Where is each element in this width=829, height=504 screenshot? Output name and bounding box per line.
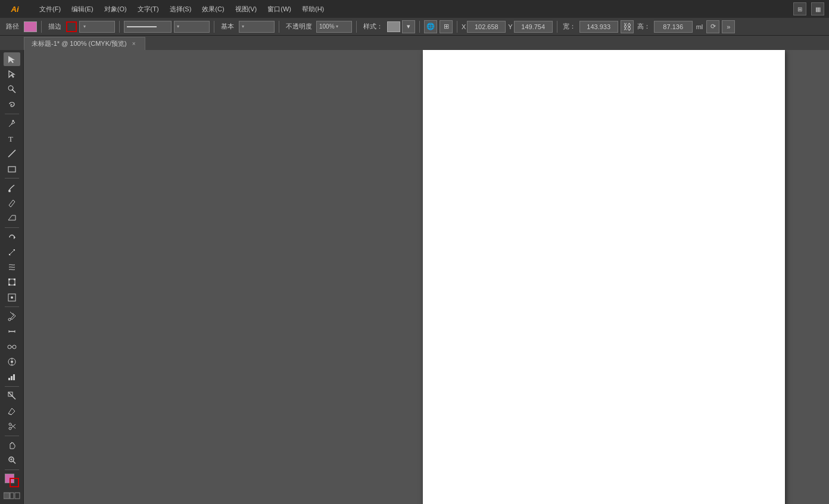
opacity-value: 100% (319, 23, 335, 30)
tool-blend[interactable] (4, 340, 20, 353)
tb-sep-1 (41, 21, 42, 33)
stroke-weight-dropdown[interactable]: ▾ (79, 21, 115, 33)
stroke-line-preview (127, 26, 157, 27)
styles-area: 样式： ▾ (361, 20, 415, 33)
tool-sep-1 (5, 114, 19, 114)
ai-logo: Ai (5, 0, 25, 18)
menu-view[interactable]: 视图(V) (230, 3, 262, 15)
artboard-paper (423, 50, 785, 504)
svg-rect-18 (8, 284, 10, 286)
tool-magic-wand[interactable] (4, 83, 20, 96)
stroke-line-picker[interactable] (124, 21, 172, 33)
width-input[interactable] (579, 21, 618, 33)
tool-selection[interactable] (4, 52, 20, 66)
svg-rect-48 (10, 493, 14, 499)
path-label: 路径 (4, 22, 21, 31)
document-tab[interactable]: 未标题-1* @ 100% (CMYK/预览) × (24, 37, 145, 50)
menu-select[interactable]: 选择(S) (165, 3, 197, 15)
tb-sep-3 (214, 21, 214, 33)
svg-rect-33 (8, 378, 10, 380)
tool-symbol[interactable] (4, 355, 20, 368)
menu-effect[interactable]: 效果(C) (197, 3, 229, 15)
tool-line[interactable] (4, 147, 20, 161)
basic-dropdown[interactable]: ▾ (239, 21, 275, 33)
opacity-dropdown[interactable]: 100% ▾ (316, 21, 352, 33)
tool-erase[interactable] (4, 211, 20, 225)
tool-scissors[interactable] (4, 419, 20, 433)
tab-bar: 未标题-1* @ 100% (CMYK/预览) × (0, 36, 829, 50)
workspace-icon[interactable]: ⊞ (793, 2, 806, 15)
more-options[interactable]: » (722, 20, 735, 33)
tool-rotate[interactable] (4, 230, 20, 244)
tool-lasso[interactable] (4, 98, 20, 111)
arrange-icon[interactable]: ▦ (811, 2, 824, 15)
tool-rect[interactable] (4, 162, 20, 176)
style-options[interactable]: ▾ (402, 20, 415, 33)
svg-rect-17 (14, 278, 15, 280)
align-icon[interactable]: ⊞ (440, 20, 453, 33)
menu-file[interactable]: 文件(F) (35, 3, 66, 15)
svg-rect-16 (8, 278, 10, 280)
tool-sep-4 (5, 306, 19, 307)
left-toolbar: T (0, 50, 24, 504)
y-label: Y (508, 23, 512, 30)
fill-swatch[interactable] (24, 21, 37, 32)
y-coord: Y (508, 21, 552, 33)
svg-point-1 (8, 86, 13, 90)
stroke-swatch[interactable] (66, 21, 77, 32)
tool-text[interactable]: T (4, 132, 20, 145)
tool-brush[interactable] (4, 181, 20, 195)
menu-text[interactable]: 文字(T) (133, 3, 164, 15)
properties-toolbar: 路径 描边 ▾ ▾ 基本 ▾ 不透明度 100% ▾ 样式： ▾ 🌐 ⊞ X Y (0, 18, 829, 36)
stroke-color-indicator[interactable] (10, 478, 19, 487)
menu-object[interactable]: 对象(O) (99, 3, 132, 15)
tool-warp[interactable] (4, 261, 20, 274)
tool-eraser2[interactable] (4, 404, 20, 418)
svg-line-10 (9, 205, 11, 207)
color-indicator[interactable] (5, 474, 19, 487)
tool-direct-selection[interactable] (4, 67, 20, 81)
svg-line-41 (11, 424, 15, 428)
tool-free-transform[interactable] (4, 276, 20, 289)
title-bar-icons: ⊞ ▦ (793, 2, 824, 15)
svg-point-21 (11, 296, 13, 299)
width-label: 宽： (562, 22, 577, 31)
height-label: 高： (636, 22, 652, 31)
tool-zoom[interactable] (4, 453, 20, 467)
menu-help[interactable]: 帮助(H) (297, 3, 329, 15)
tool-eyedropper[interactable] (4, 309, 20, 323)
tool-sep-5 (5, 386, 19, 387)
x-coord: X (462, 21, 506, 33)
tool-puppet-warp[interactable] (4, 290, 20, 304)
transform-icon[interactable]: ⟳ (706, 20, 719, 33)
menu-window[interactable]: 窗口(W) (263, 3, 296, 15)
y-input[interactable] (514, 21, 553, 33)
canvas-area[interactable] (24, 50, 829, 504)
style-box[interactable] (387, 21, 400, 32)
basic-arrow: ▾ (242, 24, 244, 29)
menu-edit[interactable]: 编辑(E) (67, 3, 98, 15)
height-input[interactable] (654, 21, 693, 33)
tool-pencil[interactable] (4, 196, 20, 209)
tool-measure[interactable] (4, 325, 20, 339)
stroke-line-dropdown[interactable]: ▾ (174, 21, 210, 33)
svg-line-42 (11, 425, 15, 428)
svg-point-26 (8, 345, 11, 349)
tool-scale[interactable] (4, 245, 20, 259)
tab-close-button[interactable]: × (130, 40, 138, 48)
tool-hand[interactable] (4, 439, 20, 452)
tool-screen-mode[interactable] (4, 490, 20, 501)
constrain-icon[interactable]: ⛓ (621, 20, 634, 33)
svg-point-40 (9, 423, 11, 425)
tool-graph[interactable] (4, 370, 20, 384)
tool-slice[interactable] (4, 389, 20, 403)
tb-sep-6 (419, 21, 420, 33)
tb-sep-2 (119, 21, 120, 33)
globe-icon[interactable]: 🌐 (424, 20, 437, 33)
svg-point-30 (11, 361, 13, 363)
tool-pen[interactable] (4, 117, 20, 130)
x-input[interactable] (467, 21, 506, 33)
svg-point-39 (9, 427, 11, 430)
tb-sep-7 (457, 21, 457, 33)
svg-rect-8 (8, 167, 15, 172)
